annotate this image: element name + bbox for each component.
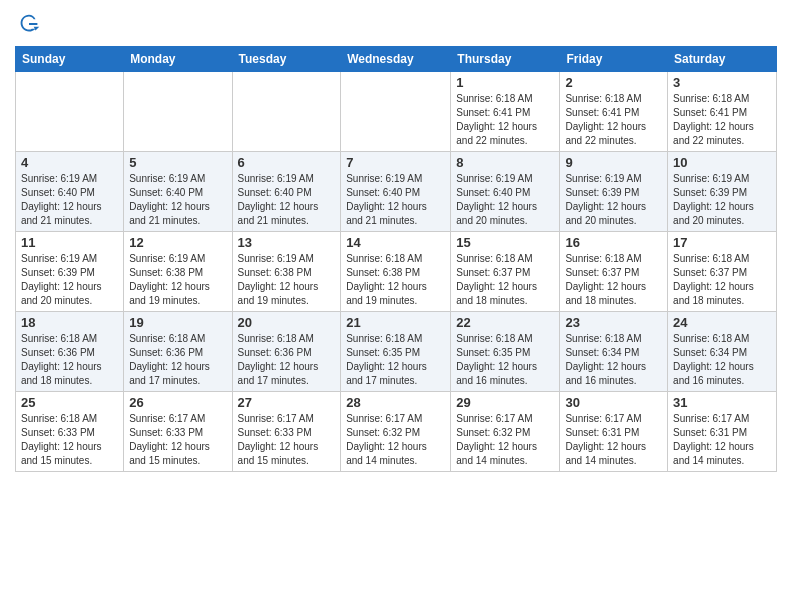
day-number: 13: [238, 235, 336, 250]
calendar-cell: 17Sunrise: 6:18 AM Sunset: 6:37 PM Dayli…: [668, 232, 777, 312]
day-info: Sunrise: 6:19 AM Sunset: 6:38 PM Dayligh…: [129, 252, 226, 308]
calendar-cell: [124, 72, 232, 152]
calendar-cell: [341, 72, 451, 152]
calendar-cell: 9Sunrise: 6:19 AM Sunset: 6:39 PM Daylig…: [560, 152, 668, 232]
calendar-cell: 25Sunrise: 6:18 AM Sunset: 6:33 PM Dayli…: [16, 392, 124, 472]
day-info: Sunrise: 6:17 AM Sunset: 6:33 PM Dayligh…: [238, 412, 336, 468]
calendar-cell: 16Sunrise: 6:18 AM Sunset: 6:37 PM Dayli…: [560, 232, 668, 312]
day-header-thursday: Thursday: [451, 47, 560, 72]
day-number: 9: [565, 155, 662, 170]
day-info: Sunrise: 6:18 AM Sunset: 6:38 PM Dayligh…: [346, 252, 445, 308]
day-info: Sunrise: 6:17 AM Sunset: 6:31 PM Dayligh…: [565, 412, 662, 468]
day-number: 19: [129, 315, 226, 330]
calendar-cell: 19Sunrise: 6:18 AM Sunset: 6:36 PM Dayli…: [124, 312, 232, 392]
day-number: 30: [565, 395, 662, 410]
day-number: 5: [129, 155, 226, 170]
day-header-friday: Friday: [560, 47, 668, 72]
calendar-cell: 23Sunrise: 6:18 AM Sunset: 6:34 PM Dayli…: [560, 312, 668, 392]
day-number: 21: [346, 315, 445, 330]
calendar-cell: 10Sunrise: 6:19 AM Sunset: 6:39 PM Dayli…: [668, 152, 777, 232]
page: SundayMondayTuesdayWednesdayThursdayFrid…: [0, 0, 792, 612]
calendar-cell: 20Sunrise: 6:18 AM Sunset: 6:36 PM Dayli…: [232, 312, 341, 392]
calendar-cell: 12Sunrise: 6:19 AM Sunset: 6:38 PM Dayli…: [124, 232, 232, 312]
day-header-tuesday: Tuesday: [232, 47, 341, 72]
day-number: 20: [238, 315, 336, 330]
day-info: Sunrise: 6:17 AM Sunset: 6:31 PM Dayligh…: [673, 412, 771, 468]
day-number: 6: [238, 155, 336, 170]
day-header-sunday: Sunday: [16, 47, 124, 72]
day-number: 26: [129, 395, 226, 410]
header: [15, 10, 777, 38]
calendar-cell: 15Sunrise: 6:18 AM Sunset: 6:37 PM Dayli…: [451, 232, 560, 312]
day-number: 1: [456, 75, 554, 90]
day-info: Sunrise: 6:19 AM Sunset: 6:40 PM Dayligh…: [456, 172, 554, 228]
calendar-cell: 6Sunrise: 6:19 AM Sunset: 6:40 PM Daylig…: [232, 152, 341, 232]
day-number: 25: [21, 395, 118, 410]
day-info: Sunrise: 6:19 AM Sunset: 6:38 PM Dayligh…: [238, 252, 336, 308]
day-info: Sunrise: 6:18 AM Sunset: 6:37 PM Dayligh…: [673, 252, 771, 308]
day-number: 16: [565, 235, 662, 250]
day-info: Sunrise: 6:19 AM Sunset: 6:40 PM Dayligh…: [346, 172, 445, 228]
day-header-monday: Monday: [124, 47, 232, 72]
day-info: Sunrise: 6:17 AM Sunset: 6:32 PM Dayligh…: [456, 412, 554, 468]
calendar-cell: 21Sunrise: 6:18 AM Sunset: 6:35 PM Dayli…: [341, 312, 451, 392]
day-info: Sunrise: 6:19 AM Sunset: 6:39 PM Dayligh…: [21, 252, 118, 308]
day-info: Sunrise: 6:18 AM Sunset: 6:35 PM Dayligh…: [346, 332, 445, 388]
day-number: 31: [673, 395, 771, 410]
day-info: Sunrise: 6:19 AM Sunset: 6:40 PM Dayligh…: [21, 172, 118, 228]
day-number: 14: [346, 235, 445, 250]
calendar-cell: 30Sunrise: 6:17 AM Sunset: 6:31 PM Dayli…: [560, 392, 668, 472]
day-info: Sunrise: 6:18 AM Sunset: 6:37 PM Dayligh…: [565, 252, 662, 308]
day-number: 27: [238, 395, 336, 410]
calendar-week-1: 1Sunrise: 6:18 AM Sunset: 6:41 PM Daylig…: [16, 72, 777, 152]
calendar-cell: 24Sunrise: 6:18 AM Sunset: 6:34 PM Dayli…: [668, 312, 777, 392]
calendar: SundayMondayTuesdayWednesdayThursdayFrid…: [15, 46, 777, 472]
calendar-week-3: 11Sunrise: 6:19 AM Sunset: 6:39 PM Dayli…: [16, 232, 777, 312]
calendar-cell: 2Sunrise: 6:18 AM Sunset: 6:41 PM Daylig…: [560, 72, 668, 152]
calendar-cell: 22Sunrise: 6:18 AM Sunset: 6:35 PM Dayli…: [451, 312, 560, 392]
calendar-cell: 8Sunrise: 6:19 AM Sunset: 6:40 PM Daylig…: [451, 152, 560, 232]
calendar-cell: 5Sunrise: 6:19 AM Sunset: 6:40 PM Daylig…: [124, 152, 232, 232]
calendar-cell: 4Sunrise: 6:19 AM Sunset: 6:40 PM Daylig…: [16, 152, 124, 232]
calendar-week-2: 4Sunrise: 6:19 AM Sunset: 6:40 PM Daylig…: [16, 152, 777, 232]
day-info: Sunrise: 6:18 AM Sunset: 6:36 PM Dayligh…: [129, 332, 226, 388]
day-number: 28: [346, 395, 445, 410]
day-number: 10: [673, 155, 771, 170]
day-info: Sunrise: 6:18 AM Sunset: 6:35 PM Dayligh…: [456, 332, 554, 388]
day-info: Sunrise: 6:18 AM Sunset: 6:41 PM Dayligh…: [456, 92, 554, 148]
calendar-cell: 3Sunrise: 6:18 AM Sunset: 6:41 PM Daylig…: [668, 72, 777, 152]
day-number: 29: [456, 395, 554, 410]
day-info: Sunrise: 6:19 AM Sunset: 6:39 PM Dayligh…: [565, 172, 662, 228]
day-number: 22: [456, 315, 554, 330]
day-number: 7: [346, 155, 445, 170]
day-info: Sunrise: 6:18 AM Sunset: 6:36 PM Dayligh…: [21, 332, 118, 388]
day-info: Sunrise: 6:18 AM Sunset: 6:41 PM Dayligh…: [565, 92, 662, 148]
day-info: Sunrise: 6:19 AM Sunset: 6:40 PM Dayligh…: [129, 172, 226, 228]
calendar-cell: 13Sunrise: 6:19 AM Sunset: 6:38 PM Dayli…: [232, 232, 341, 312]
day-info: Sunrise: 6:17 AM Sunset: 6:32 PM Dayligh…: [346, 412, 445, 468]
day-header-wednesday: Wednesday: [341, 47, 451, 72]
logo: [15, 10, 47, 38]
calendar-header-row: SundayMondayTuesdayWednesdayThursdayFrid…: [16, 47, 777, 72]
day-info: Sunrise: 6:18 AM Sunset: 6:34 PM Dayligh…: [565, 332, 662, 388]
calendar-cell: 7Sunrise: 6:19 AM Sunset: 6:40 PM Daylig…: [341, 152, 451, 232]
day-number: 4: [21, 155, 118, 170]
day-number: 8: [456, 155, 554, 170]
day-info: Sunrise: 6:18 AM Sunset: 6:33 PM Dayligh…: [21, 412, 118, 468]
day-number: 23: [565, 315, 662, 330]
calendar-cell: 31Sunrise: 6:17 AM Sunset: 6:31 PM Dayli…: [668, 392, 777, 472]
day-info: Sunrise: 6:18 AM Sunset: 6:41 PM Dayligh…: [673, 92, 771, 148]
day-number: 24: [673, 315, 771, 330]
calendar-cell: 29Sunrise: 6:17 AM Sunset: 6:32 PM Dayli…: [451, 392, 560, 472]
calendar-cell: 11Sunrise: 6:19 AM Sunset: 6:39 PM Dayli…: [16, 232, 124, 312]
calendar-cell: [16, 72, 124, 152]
day-number: 17: [673, 235, 771, 250]
calendar-week-4: 18Sunrise: 6:18 AM Sunset: 6:36 PM Dayli…: [16, 312, 777, 392]
day-header-saturday: Saturday: [668, 47, 777, 72]
calendar-cell: 26Sunrise: 6:17 AM Sunset: 6:33 PM Dayli…: [124, 392, 232, 472]
calendar-week-5: 25Sunrise: 6:18 AM Sunset: 6:33 PM Dayli…: [16, 392, 777, 472]
day-number: 12: [129, 235, 226, 250]
day-number: 11: [21, 235, 118, 250]
calendar-cell: 14Sunrise: 6:18 AM Sunset: 6:38 PM Dayli…: [341, 232, 451, 312]
day-number: 3: [673, 75, 771, 90]
